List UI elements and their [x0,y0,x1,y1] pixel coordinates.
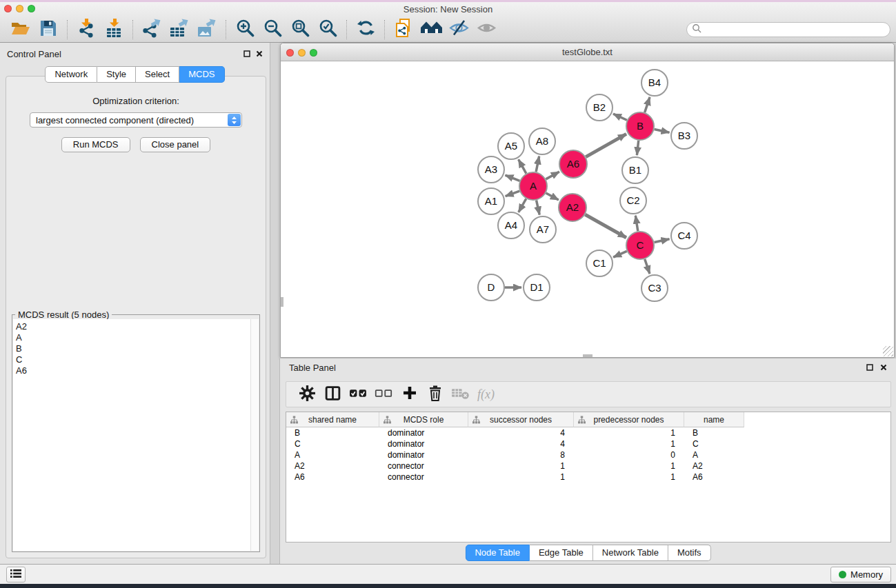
table-cell[interactable]: connector [379,460,468,472]
graph-node-B3[interactable]: B3 [671,123,697,149]
memory-button[interactable]: Memory [830,567,891,582]
column-header-predecessor-nodes[interactable]: predecessor nodes [574,412,684,427]
table-cell[interactable]: 4 [468,427,574,438]
import-table-button[interactable] [100,18,128,41]
export-network-button[interactable] [138,18,166,41]
table-cell[interactable]: 1 [468,472,574,483]
columns-button[interactable] [320,384,346,405]
refresh-layout-button[interactable] [352,18,379,41]
table-cell[interactable]: A6 [286,472,379,483]
table-cell[interactable]: B [286,427,379,438]
table-cell[interactable]: C [684,438,744,449]
tab-style[interactable]: Style [97,66,136,83]
add-column-button[interactable] [397,384,422,405]
result-item[interactable]: A [16,332,250,343]
graph-edge-A-A8[interactable] [536,156,539,172]
graph-node-C1[interactable]: C1 [586,250,613,276]
graph-node-C2[interactable]: C2 [620,187,646,214]
table-cell[interactable]: A2 [684,460,744,472]
delete-column-button[interactable] [422,384,448,405]
graph-edge-A-A1[interactable] [506,191,520,196]
graph-node-B1[interactable]: B1 [622,157,648,183]
graph-edge-C-C3[interactable] [645,259,650,274]
graph-node-D[interactable]: D [478,274,504,301]
graph-node-B4[interactable]: B4 [641,70,668,96]
column-header-mcds-role[interactable]: MCDS role [379,412,468,427]
graph-node-A5[interactable]: A5 [498,133,524,159]
mcds-result-list[interactable]: A2ABCA6 [13,319,250,551]
table-cell[interactable]: connector [379,472,468,483]
result-item[interactable]: A2 [16,321,250,332]
close-panel-button[interactable]: Close panel [140,137,211,152]
graph-edge-A-A3[interactable] [505,175,519,181]
table-row[interactable]: Cdominator41C [286,438,890,449]
float-table-panel-icon[interactable] [866,363,874,372]
graph-edge-A-A4[interactable] [519,199,526,212]
zoom-out-button[interactable] [259,18,286,41]
table-cell[interactable]: 8 [468,449,574,460]
settings-button[interactable] [295,384,320,405]
column-header-successor-nodes[interactable]: successor nodes [468,412,574,427]
result-item[interactable]: A6 [16,365,250,376]
graph-node-D1[interactable]: D1 [524,274,550,301]
graph-edge-A-A6[interactable] [546,172,559,179]
tab-edge-table[interactable]: Edge Table [530,545,593,561]
graph-edge-A6-B[interactable] [586,134,626,156]
graph-edge-B-B1[interactable] [637,141,638,155]
column-header-name[interactable]: name [684,412,744,427]
table-cell[interactable]: C [286,438,379,449]
result-scrollbar[interactable] [250,319,259,551]
table-cell[interactable]: 1 [468,460,574,472]
table-cell[interactable]: A2 [286,460,379,472]
graph-node-B2[interactable]: B2 [586,94,613,121]
graph-edge-A-A2[interactable] [546,193,558,200]
table-row[interactable]: A6connector11A6 [286,472,890,483]
result-item[interactable]: B [16,343,250,354]
network-canvas[interactable]: AA1A2A3A4A5A6A7A8BB1B2B3B4CC1C2C3C4DD1 [281,61,894,357]
zoom-fit-button[interactable] [286,18,314,41]
graph-node-A4[interactable]: A4 [498,212,524,239]
network-window-titlebar[interactable]: testGlobe.txt [281,43,894,61]
table-cell[interactable]: 1 [574,438,684,449]
close-table-panel-icon[interactable] [879,363,888,372]
tab-mcds[interactable]: MCDS [179,66,224,83]
table-cell[interactable]: B [684,427,744,438]
task-history-button[interactable] [6,567,26,582]
graph-edge-C-C2[interactable] [635,216,637,232]
table-cell[interactable]: 1 [574,460,684,472]
graph-node-B[interactable]: B [626,112,654,140]
tab-network-table[interactable]: Network Table [593,545,668,561]
table-cell[interactable]: dominator [379,427,468,438]
graph-edge-B-B2[interactable] [613,114,627,120]
home-button[interactable] [417,18,445,41]
run-mcds-button[interactable]: Run MCDS [61,137,130,152]
result-item[interactable]: C [16,354,250,365]
table-cell[interactable]: A [286,449,379,460]
close-panel-icon[interactable] [255,50,263,58]
table-row[interactable]: A2connector11A2 [286,460,890,472]
tab-select[interactable]: Select [136,66,179,83]
resize-grip-icon[interactable] [883,346,893,356]
graph-node-A1[interactable]: A1 [478,188,504,214]
export-table-button[interactable] [166,18,193,41]
network-graph[interactable]: AA1A2A3A4A5A6A7A8BB1B2B3B4CC1C2C3C4DD1 [281,61,894,357]
zoom-in-button[interactable] [231,18,259,41]
graph-edge-B-B3[interactable] [655,129,670,132]
graph-edge-A-A5[interactable] [519,159,526,173]
graph-node-A7[interactable]: A7 [530,216,556,243]
zoom-selected-button[interactable] [314,18,341,41]
table-row[interactable]: Adominator80A [286,449,890,460]
table-cell[interactable]: 1 [574,427,684,438]
graph-edge-C-C1[interactable] [613,251,627,257]
table-cell[interactable]: 4 [468,438,574,449]
graph-node-C4[interactable]: C4 [671,223,697,249]
table-cell[interactable]: 0 [574,449,684,460]
graph-node-A[interactable]: A [519,172,547,200]
table-cell[interactable]: A [684,449,744,460]
graph-edge-A-A7[interactable] [537,200,540,214]
graph-edge-B-B4[interactable] [645,97,650,112]
optimization-criterion-select[interactable]: largest connected component (directed) [30,112,242,128]
column-header-shared-name[interactable]: shared name [286,412,379,427]
vertical-scroll-nub[interactable] [281,297,283,307]
search-input[interactable] [705,25,877,34]
